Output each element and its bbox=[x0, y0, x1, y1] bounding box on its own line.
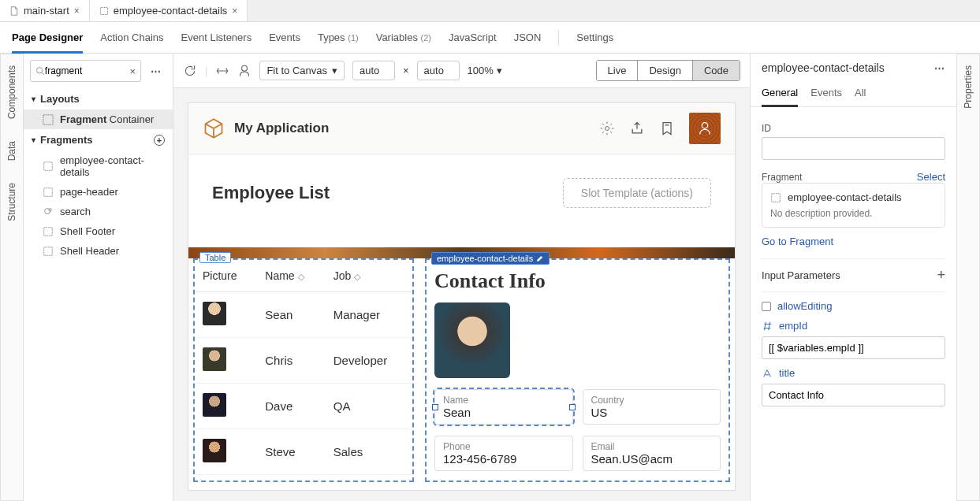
refresh-icon[interactable] bbox=[183, 64, 197, 78]
file-icon bbox=[9, 6, 19, 16]
subnav-variables[interactable]: Variables (2) bbox=[376, 32, 431, 43]
subnav-json[interactable]: JSON bbox=[514, 32, 542, 43]
avatar bbox=[203, 347, 226, 371]
fit-select[interactable]: Fit to Canvas▾ bbox=[259, 61, 345, 80]
goto-fragment-link[interactable]: Go to Fragment bbox=[762, 236, 945, 247]
add-fragment-icon[interactable]: + bbox=[154, 135, 165, 146]
fragment-icon bbox=[43, 226, 54, 237]
search-input[interactable] bbox=[45, 65, 130, 76]
zoom-select[interactable]: 100% ▾ bbox=[468, 65, 502, 76]
field-name[interactable]: NameSean bbox=[434, 389, 573, 425]
input-parameters-section[interactable]: Input Parameters + bbox=[762, 258, 945, 292]
sidebar-item-employee-contact-details[interactable]: employee-contact-details bbox=[24, 150, 173, 182]
mode-live[interactable]: Live bbox=[597, 61, 639, 80]
field-email[interactable]: EmailSean.US@acm bbox=[583, 436, 721, 471]
field-country[interactable]: CountryUS bbox=[583, 389, 721, 425]
sidebar-item-search[interactable]: search bbox=[24, 202, 173, 221]
sort-icon[interactable]: ◇ bbox=[354, 272, 360, 281]
svg-point-11 bbox=[702, 123, 708, 129]
view-mode-group: Live Design Code bbox=[596, 60, 740, 81]
table-row[interactable]: SeanManager bbox=[195, 292, 412, 338]
ptab-all[interactable]: All bbox=[855, 82, 866, 106]
page-heading: Employee List bbox=[212, 183, 330, 203]
clear-icon[interactable]: × bbox=[129, 65, 136, 77]
select-link[interactable]: Select bbox=[917, 171, 945, 183]
subnav-event-listeners[interactable]: Event Listeners bbox=[181, 32, 252, 43]
rail-data[interactable]: Data bbox=[6, 141, 17, 161]
subnav-settings[interactable]: Settings bbox=[576, 32, 613, 43]
param-title[interactable]: title bbox=[762, 367, 945, 379]
component-chip[interactable]: employee-contact-details bbox=[431, 252, 550, 265]
mode-code[interactable]: Code bbox=[693, 61, 740, 80]
share-icon[interactable] bbox=[629, 121, 645, 136]
id-label: ID bbox=[762, 123, 945, 134]
app-header: My Application bbox=[188, 103, 735, 154]
tab-employee-contact-details[interactable]: employee-contact-details × bbox=[90, 0, 248, 21]
col-name[interactable]: Name◇ bbox=[257, 260, 325, 292]
sidebar-item-fragment-container[interactable]: Fragment Container bbox=[24, 109, 173, 129]
editor-tabs: main-start × employee-contact-details × bbox=[0, 0, 980, 22]
subnav-types[interactable]: Types (1) bbox=[318, 32, 359, 43]
rail-components[interactable]: Components bbox=[6, 65, 17, 119]
section-fragments[interactable]: ▾ Fragments + bbox=[24, 129, 173, 150]
ptab-events[interactable]: Events bbox=[810, 82, 842, 106]
properties-panel: employee-contact-details ⋯ General Event… bbox=[750, 54, 956, 501]
field-phone[interactable]: Phone123-456-6789 bbox=[434, 436, 573, 471]
sidebar-item-shell-footer[interactable]: Shell Footer bbox=[24, 221, 173, 241]
table-row[interactable]: SteveSales bbox=[195, 429, 412, 475]
rail-structure[interactable]: Structure bbox=[6, 183, 17, 221]
close-icon[interactable]: × bbox=[232, 6, 237, 17]
hash-icon bbox=[762, 321, 773, 332]
table-row[interactable]: DaveQA bbox=[195, 384, 412, 429]
user-avatar[interactable] bbox=[689, 113, 721, 144]
width-select[interactable]: auto bbox=[352, 61, 395, 80]
gear-icon[interactable] bbox=[599, 121, 615, 136]
title-input[interactable] bbox=[762, 384, 945, 406]
param-allow-editing[interactable]: allowEditing bbox=[762, 300, 945, 312]
close-icon[interactable]: × bbox=[74, 6, 80, 17]
edit-icon[interactable] bbox=[536, 254, 544, 262]
add-param-icon[interactable]: + bbox=[937, 267, 945, 284]
checkbox-icon[interactable] bbox=[762, 302, 771, 311]
subnav: Page Designer Action Chains Event Listen… bbox=[0, 22, 980, 54]
component-chip[interactable]: Table bbox=[199, 252, 231, 263]
width-icon[interactable] bbox=[215, 64, 229, 78]
col-job[interactable]: Job◇ bbox=[326, 260, 412, 292]
sidebar-search[interactable]: × bbox=[30, 60, 141, 82]
subnav-javascript[interactable]: JavaScript bbox=[449, 32, 497, 43]
chevron-down-icon: ▾ bbox=[497, 65, 502, 76]
properties-more-icon[interactable]: ⋯ bbox=[934, 62, 945, 74]
fragment-card: employee-contact-details No description … bbox=[762, 183, 945, 228]
sort-icon[interactable]: ◇ bbox=[298, 272, 304, 281]
subnav-action-chains[interactable]: Action Chains bbox=[100, 32, 163, 43]
table-row[interactable]: ChrisDeveloper bbox=[195, 338, 412, 384]
tab-main-start[interactable]: main-start × bbox=[0, 0, 90, 21]
svg-rect-2 bbox=[43, 114, 53, 124]
svg-rect-4 bbox=[44, 187, 53, 196]
sidebar-item-shell-header[interactable]: Shell Header bbox=[24, 241, 173, 261]
subnav-page-designer[interactable]: Page Designer bbox=[12, 32, 83, 54]
fragment-component[interactable]: employee-contact-details Contact Info Na… bbox=[425, 258, 730, 482]
canvas-preview[interactable]: My Application Employee List Slot Templa… bbox=[173, 88, 750, 501]
slot-template[interactable]: Slot Template (actions) bbox=[563, 178, 711, 208]
subnav-events[interactable]: Events bbox=[269, 32, 300, 43]
param-empid[interactable]: empId bbox=[762, 320, 945, 332]
user-icon[interactable] bbox=[237, 64, 252, 78]
sidebar-item-page-header[interactable]: page-header bbox=[24, 182, 173, 202]
chevron-down-icon: ▾ bbox=[332, 65, 337, 76]
rail-properties[interactable]: Properties bbox=[963, 65, 974, 109]
mode-design[interactable]: Design bbox=[638, 61, 692, 80]
tab-label: main-start bbox=[24, 5, 69, 17]
id-input[interactable] bbox=[762, 137, 945, 160]
empid-input[interactable] bbox=[762, 336, 945, 359]
ptab-general[interactable]: General bbox=[762, 82, 798, 107]
bookmark-icon[interactable] bbox=[659, 121, 675, 136]
sidebar-more-icon[interactable]: ⋯ bbox=[146, 65, 166, 77]
app-shell: My Application Employee List Slot Templa… bbox=[188, 102, 736, 491]
section-layouts[interactable]: ▾ Layouts bbox=[24, 88, 173, 109]
app-logo-icon bbox=[203, 117, 225, 139]
col-picture[interactable]: Picture bbox=[195, 260, 257, 292]
table-component[interactable]: Table Picture Name◇ Job◇ SeanManager Chr… bbox=[193, 258, 414, 482]
height-select[interactable]: auto bbox=[417, 61, 460, 80]
avatar bbox=[203, 439, 226, 462]
